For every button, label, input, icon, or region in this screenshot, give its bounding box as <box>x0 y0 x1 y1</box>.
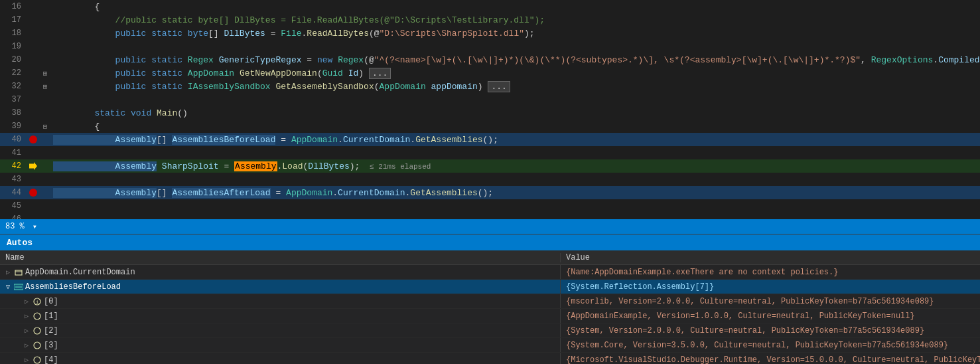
row-name-text-item0: [0] <box>44 297 58 306</box>
row-name-appdomain: ▷ AppDomain.CurrentDomain <box>0 265 561 279</box>
row-value-item2: {System, Version=2.0.0.0, Culture=neutra… <box>561 326 980 335</box>
table-row-item0[interactable]: ▷ i [0] {mscorlib, Version=2.0.0.0, Cult… <box>0 294 980 309</box>
code-line-32: 32 ⊞ public static IAssemblySandbox GetA… <box>0 80 980 93</box>
code-line-17: 17 //public static byte[] DllBytes = Fil… <box>0 13 980 27</box>
code-line-18: 18 public static byte[] DllBytes = File.… <box>0 27 980 40</box>
row-name-item2: ▷ [2] <box>0 323 561 337</box>
expand-icon-item3[interactable]: ▷ <box>21 341 32 349</box>
code-line-45: 45 <box>0 199 980 213</box>
code-line-42: 42 Assembly SharpSploit = Assembly.Load(… <box>0 159 980 173</box>
table-row-appdomain[interactable]: ▷ AppDomain.CurrentDomain {Name:AppDomai… <box>0 265 980 280</box>
row-name-item0: ▷ i [0] <box>0 294 561 308</box>
code-line-41: 41 <box>0 146 980 159</box>
code-line-38: 38 static void Main() <box>0 106 980 120</box>
code-line-40: 40 Assembly[] AssembliesBeforeLoad = App… <box>0 133 980 146</box>
expand-icon-item4[interactable]: ▷ <box>21 356 32 364</box>
code-line-22: 22 ⊞ public static AppDomain GetNewAppDo… <box>0 66 980 80</box>
svg-point-8 <box>34 327 40 334</box>
expand-icon-item1[interactable]: ▷ <box>21 312 32 320</box>
current-line-arrow <box>29 162 37 170</box>
code-line-39: 39 ⊟ { <box>0 120 980 133</box>
row-name-text-item2: [2] <box>44 326 58 335</box>
breakpoint-indicator <box>29 136 37 143</box>
row-name-text-item4: [4] <box>44 355 58 365</box>
table-row-item3[interactable]: ▷ [3] {System.Core, Version=3.5.0.0, Cul… <box>0 338 980 353</box>
table-row-item1[interactable]: ▷ [1] {AppDomainExample, Version=1.0.0.0… <box>0 309 980 323</box>
row-name-text-item3: [3] <box>44 341 58 350</box>
row-name-assembliesbeforeload: ▽ AssembliesBeforeLoad <box>0 280 561 294</box>
autos-header: Autos <box>0 234 980 250</box>
svg-rect-2 <box>14 284 23 290</box>
expand-icon-appdomain[interactable]: ▷ <box>3 268 13 276</box>
row-name-text-appdomain: AppDomain.CurrentDomain <box>25 268 135 277</box>
row-name-item1: ▷ [1] <box>0 309 561 323</box>
expand-icon-assembliesbeforeload[interactable]: ▽ <box>3 283 13 291</box>
breakpoint-indicator-2 <box>29 189 37 197</box>
row-value-item1: {AppDomainExample, Version=1.0.0.0, Cult… <box>561 312 980 321</box>
code-line-44: 44 Assembly[] AssembliesAfterLoad = AppD… <box>0 186 980 199</box>
row-name-text-item1: [1] <box>44 312 58 321</box>
code-editor[interactable]: 16 { 17 //public static byte[] DllBytes … <box>0 0 980 219</box>
row-value-appdomain: {Name:AppDomainExample.exeThere are no c… <box>561 268 980 277</box>
autos-table: Name Value ▷ AppDomain.CurrentDomain {Na… <box>0 250 980 364</box>
dropdown-icon[interactable]: ▾ <box>33 222 37 232</box>
code-line-16: 16 { <box>0 0 980 13</box>
svg-rect-0 <box>15 270 22 275</box>
row-value-item3: {System.Core, Version=3.5.0.0, Culture=n… <box>561 341 980 350</box>
code-line-46: 46 <box>0 213 980 219</box>
table-row-item4[interactable]: ▷ [4] {Microsoft.VisualStudio.Debugger.R… <box>0 353 980 364</box>
status-bar: 83 % ▾ <box>0 219 980 234</box>
row-value-assembliesbeforeload: {System.Reflection.Assembly[7]} <box>561 282 980 292</box>
expand-icon-item0[interactable]: ▷ <box>21 298 32 306</box>
table-row-item2[interactable]: ▷ [2] {System, Version=2.0.0.0, Culture=… <box>0 323 980 338</box>
row-value-item0: {mscorlib, Version=2.0.0.0, Culture=neut… <box>561 297 980 306</box>
row-name-text-assembliesbeforeload: AssembliesBeforeLoad <box>25 282 121 292</box>
col-header-value: Value <box>561 253 980 262</box>
col-header-name: Name <box>0 253 561 262</box>
row-value-item4: {Microsoft.VisualStudio.Debugger.Runtime… <box>561 355 980 365</box>
zoom-level[interactable]: 83 % <box>5 222 25 231</box>
code-line-20: 20 public static Regex GenericTypeRegex … <box>0 53 980 66</box>
svg-point-7 <box>34 313 40 319</box>
row-name-item3: ▷ [3] <box>0 338 561 352</box>
table-header: Name Value <box>0 250 980 265</box>
code-line-37: 37 <box>0 93 980 106</box>
autos-title: Autos <box>7 238 33 248</box>
code-line-19: 19 <box>0 40 980 53</box>
svg-text:i: i <box>36 300 38 305</box>
row-name-item4: ▷ [4] <box>0 353 561 364</box>
code-line-43: 43 <box>0 173 980 186</box>
autos-panel: Autos Name Value ▷ AppDomain.CurrentDoma… <box>0 234 980 364</box>
svg-point-9 <box>34 342 40 349</box>
expand-icon-item2[interactable]: ▷ <box>21 327 32 335</box>
svg-point-10 <box>34 357 40 363</box>
table-row-assembliesbeforeload[interactable]: ▽ AssembliesBeforeLoad {System.Reflectio… <box>0 280 980 294</box>
